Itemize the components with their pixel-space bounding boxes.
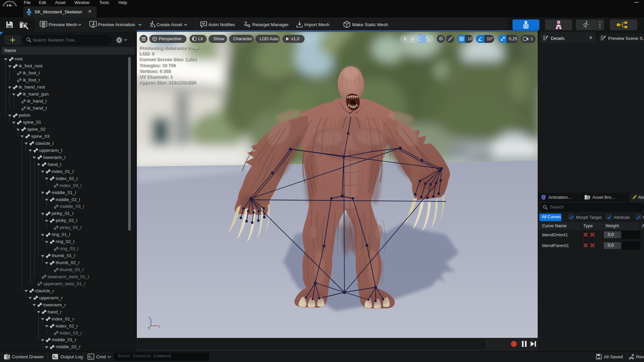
- svg-text:x: x: [158, 324, 160, 328]
- svg-text:y: y: [149, 327, 150, 330]
- svg-text:z: z: [149, 315, 151, 319]
